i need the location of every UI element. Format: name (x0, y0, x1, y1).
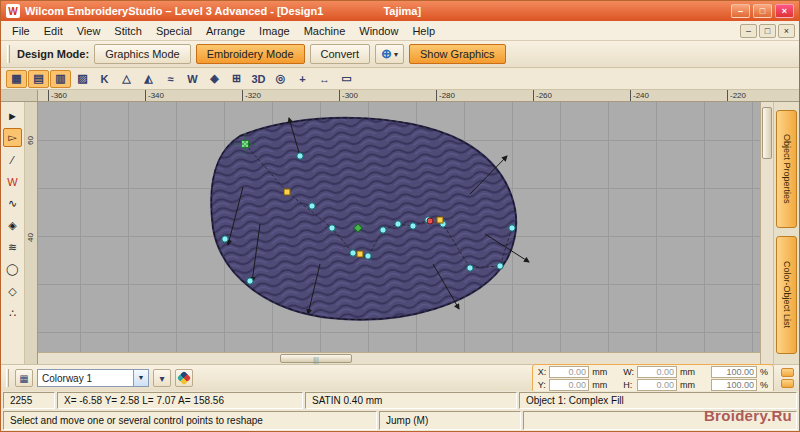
ruler-tick-label: -320 (242, 90, 339, 101)
menu-item[interactable]: Special (149, 23, 199, 39)
complex-fill-shape[interactable] (211, 118, 516, 320)
menu-item[interactable]: File (5, 23, 37, 39)
select-tool[interactable]: ► (3, 106, 22, 125)
show-graphics-button[interactable]: Show Graphics (409, 44, 506, 64)
ruler-tick-label: -360 (48, 90, 145, 101)
y-label: Y: (538, 380, 547, 390)
ruler-tick-label: -260 (533, 90, 630, 101)
overview-window-icon[interactable]: ▭ (336, 70, 357, 88)
colorway-bar: ▦ Colorway 1 ▼ ▾ X: 0.00 mm W: 0.00 mm 1… (1, 364, 799, 391)
thread-colors-button[interactable] (175, 369, 193, 387)
title-bar: W Wilcom EmbroideryStudio – Level 3 Adva… (1, 1, 799, 21)
vruler-tick-label: 60 (26, 136, 35, 145)
measure-tool[interactable]: ⁄ (3, 150, 22, 169)
minimize-button[interactable]: – (731, 4, 750, 18)
vertical-scrollbar[interactable] (760, 102, 773, 364)
y-field[interactable]: 0.00 (549, 379, 589, 391)
tab-object-properties[interactable]: Object Properties (776, 110, 797, 228)
percent-label: % (760, 367, 768, 377)
menu-item[interactable]: Window (352, 23, 405, 39)
menu-item[interactable]: Machine (297, 23, 353, 39)
colorway-editor-button[interactable]: ▦ (15, 369, 33, 387)
app-window: W Wilcom EmbroideryStudio – Level 3 Adva… (0, 0, 800, 432)
toolbar-grip[interactable] (6, 369, 9, 387)
docked-panel-tabs: Object Properties Color-Object List (773, 102, 799, 364)
horizontal-scrollbar[interactable]: ||| (38, 352, 760, 364)
restore-button[interactable]: □ (753, 4, 772, 18)
stitch-count: 2255 (3, 392, 55, 409)
graphics-mode-button[interactable]: Graphics Mode (94, 44, 191, 64)
x-unit: mm (592, 367, 607, 377)
menu-item[interactable]: Help (405, 23, 442, 39)
panel-collapse-button[interactable] (781, 379, 794, 388)
measure-icon[interactable]: ↔ (314, 70, 335, 88)
window-title-machine: Tajima] (383, 5, 421, 17)
pan-icon[interactable]: + (292, 70, 313, 88)
mode-toolbar: Design Mode: Graphics Mode Embroidery Mo… (1, 41, 799, 68)
zoom-icon[interactable]: ◎ (270, 70, 291, 88)
scale-y-field[interactable]: 100.00 (711, 379, 757, 391)
ruler-tick-label: -240 (630, 90, 727, 101)
colorway-options-button[interactable]: ▾ (153, 369, 171, 387)
lettering-tool[interactable]: W (3, 172, 22, 191)
digitize-fill-tool[interactable]: ◈ (3, 216, 22, 235)
design-canvas[interactable] (38, 102, 760, 352)
scale-x-field[interactable]: 100.00 (711, 366, 757, 378)
digitize-run-tool[interactable]: ∿ (3, 194, 22, 213)
h-label: H: (623, 380, 634, 390)
exit-point-handle[interactable] (427, 218, 433, 224)
ruler-tick-label: -300 (339, 90, 436, 101)
menu-item[interactable]: Edit (37, 23, 70, 39)
globe-icon: ⊕ (381, 47, 392, 61)
menu-bar: FileEditViewStitchSpecialArrangeImageMac… (1, 21, 799, 41)
watermark: Broidery.Ru (704, 407, 792, 424)
applique-filled-icon[interactable]: ◭ (138, 70, 159, 88)
thread-colors-icon (177, 371, 191, 385)
tab-color-object-list[interactable]: Color-Object List (776, 236, 797, 354)
menu-item[interactable]: Stitch (107, 23, 149, 39)
run-stitch-icon[interactable]: ▦ (6, 70, 27, 88)
florentine-effect-icon[interactable]: W (182, 70, 203, 88)
vruler-tick-label: 40 (26, 233, 35, 242)
view-3d-icon[interactable]: 3D (248, 70, 269, 88)
motif-fill-icon[interactable]: ▨ (72, 70, 93, 88)
satin-stitch-icon[interactable]: ▤ (28, 70, 49, 88)
ruler-tick-label: -340 (145, 90, 242, 101)
horizontal-scrollbar-thumb[interactable]: ||| (280, 354, 352, 363)
reshape-tool[interactable]: ▻ (3, 128, 22, 147)
stitch-type-info: SATIN 0.40 mm (305, 392, 517, 409)
toolbar-grip[interactable] (7, 45, 10, 63)
mdi-restore-button[interactable]: □ (759, 24, 776, 38)
vertical-scrollbar-thumb[interactable] (762, 107, 772, 159)
embroidery-mode-button[interactable]: Embroidery Mode (196, 44, 305, 64)
stitch-toolbar: ▦▤▥▨K△◭≈W◈⊞3D◎+↔▭ (1, 68, 799, 90)
embroidery-object[interactable] (38, 102, 760, 352)
contrast-icon[interactable]: K (94, 70, 115, 88)
satin-column-tool[interactable]: ≋ (3, 238, 22, 257)
node-edit-tool[interactable]: ∴ (3, 304, 22, 323)
ruler-tick-label: -280 (436, 90, 533, 101)
menu-item[interactable]: Image (252, 23, 297, 39)
h-unit: mm (680, 380, 695, 390)
convert-button[interactable]: Convert (310, 44, 371, 64)
shape-tool[interactable]: ◇ (3, 282, 22, 301)
menu-item[interactable]: View (70, 23, 108, 39)
colorway-select[interactable]: Colorway 1 ▼ (37, 369, 149, 387)
window-title: Wilcom EmbroideryStudio – Level 3 Advanc… (25, 5, 323, 17)
grid-toggle-icon[interactable]: ⊞ (226, 70, 247, 88)
circle-tool[interactable]: ◯ (3, 260, 22, 279)
applique-icon[interactable]: △ (116, 70, 137, 88)
wave-effect-icon[interactable]: ≈ (160, 70, 181, 88)
h-field[interactable]: 0.00 (637, 379, 677, 391)
mdi-minimize-button[interactable]: – (740, 24, 757, 38)
mesh-icon[interactable]: ◈ (204, 70, 225, 88)
tatami-stitch-icon[interactable]: ▥ (50, 70, 71, 88)
mdi-close-button[interactable]: × (778, 24, 795, 38)
w-field[interactable]: 0.00 (637, 366, 677, 378)
close-button[interactable]: × (775, 4, 794, 18)
menu-item[interactable]: Arrange (199, 23, 252, 39)
hoop-globe-button[interactable]: ⊕ ▾ (375, 44, 404, 64)
x-label: X: (538, 367, 547, 377)
panel-expand-button[interactable] (781, 368, 794, 377)
x-field[interactable]: 0.00 (549, 366, 589, 378)
